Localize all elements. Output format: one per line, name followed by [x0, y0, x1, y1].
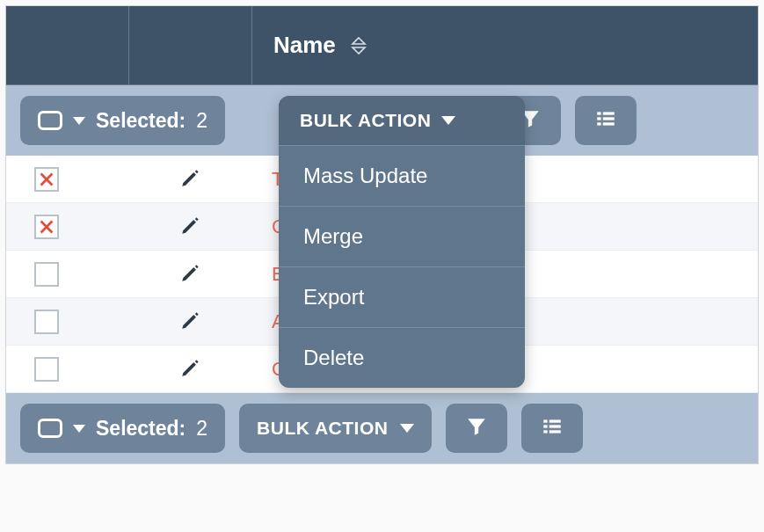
svg-rect-7	[549, 419, 561, 422]
menu-item-delete[interactable]: Delete	[279, 328, 525, 388]
toolbar-top: Selected:2 Bulk Action Mass Update Merge…	[6, 85, 758, 156]
bulk-action-button[interactable]: Bulk Action	[279, 96, 525, 146]
toolbar-bottom: Selected:2 Bulk Action	[6, 393, 758, 463]
caret-down-icon	[441, 116, 455, 125]
filter-button[interactable]	[446, 404, 507, 453]
menu-item-export[interactable]: Export	[279, 267, 525, 328]
svg-rect-5	[603, 122, 615, 125]
bulk-action-label: Bulk Action	[257, 418, 388, 439]
table-header: Name	[6, 6, 758, 85]
data-table-panel: Name Selected:2 Bulk Action	[5, 5, 759, 464]
caret-down-icon	[73, 425, 85, 433]
sort-icon[interactable]	[348, 35, 369, 56]
row-checkbox[interactable]	[34, 215, 59, 239]
list-icon	[594, 107, 617, 134]
bulk-action-dropdown: Bulk Action Mass Update Merge Export Del…	[279, 96, 525, 388]
bulk-action-button[interactable]: Bulk Action	[239, 404, 432, 453]
menu-item-mass-update[interactable]: Mass Update	[279, 146, 525, 207]
selected-count: 2	[196, 417, 207, 441]
svg-rect-1	[603, 112, 615, 114]
row-checkbox[interactable]	[34, 310, 59, 334]
selected-indicator[interactable]: Selected:2	[20, 404, 225, 453]
caret-down-icon	[400, 424, 414, 433]
selected-indicator[interactable]: Selected:2	[20, 96, 225, 145]
selected-label: Selected:	[96, 417, 186, 441]
svg-rect-8	[544, 425, 548, 427]
select-all-checkbox-icon	[38, 111, 62, 130]
svg-rect-4	[597, 122, 600, 125]
edit-icon[interactable]	[179, 261, 202, 288]
list-icon	[541, 415, 564, 441]
column-header-select	[6, 6, 129, 84]
bulk-action-label: Bulk Action	[300, 110, 431, 131]
column-header-name-label: Name	[273, 32, 336, 59]
row-checkbox[interactable]	[34, 357, 59, 382]
caret-down-icon	[73, 117, 85, 125]
edit-icon[interactable]	[179, 166, 202, 193]
selected-count: 2	[196, 109, 207, 133]
columns-button[interactable]	[521, 404, 583, 453]
svg-rect-11	[549, 430, 561, 433]
column-header-edit	[129, 6, 252, 84]
columns-button[interactable]	[575, 96, 637, 145]
edit-icon[interactable]	[179, 214, 202, 240]
svg-rect-10	[544, 430, 548, 433]
svg-rect-9	[549, 425, 561, 427]
selected-label: Selected:	[96, 109, 186, 133]
row-checkbox[interactable]	[34, 262, 59, 287]
svg-rect-2	[597, 117, 600, 120]
funnel-icon	[465, 415, 488, 441]
svg-rect-0	[597, 112, 600, 114]
svg-rect-6	[544, 419, 548, 422]
svg-rect-3	[603, 117, 615, 120]
edit-icon[interactable]	[179, 309, 202, 335]
menu-item-merge[interactable]: Merge	[279, 207, 525, 267]
row-checkbox[interactable]	[34, 167, 59, 192]
select-all-checkbox-icon	[38, 419, 62, 438]
column-header-name[interactable]: Name	[252, 6, 758, 84]
edit-icon[interactable]	[179, 356, 202, 383]
